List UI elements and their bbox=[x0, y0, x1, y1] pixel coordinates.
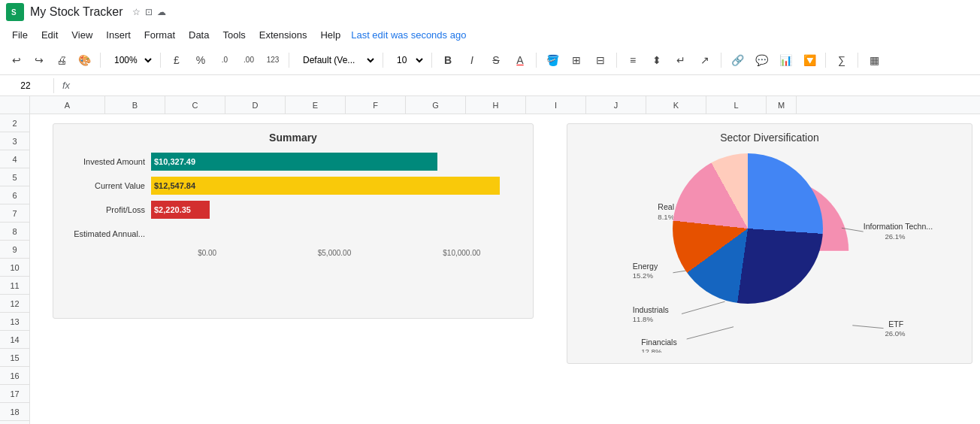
row-11[interactable]: 11 bbox=[0, 277, 29, 295]
col-h[interactable]: H bbox=[466, 96, 526, 114]
pie-chart: Sector Diversification bbox=[567, 123, 972, 364]
star-icon[interactable]: ☆ bbox=[132, 7, 141, 17]
row-8[interactable]: 8 bbox=[0, 223, 29, 241]
valign-button[interactable]: ⬍ bbox=[646, 50, 667, 71]
menu-help[interactable]: Help bbox=[314, 26, 346, 44]
bar-current: $12,547.84 bbox=[151, 177, 500, 195]
col-c[interactable]: C bbox=[165, 96, 225, 114]
menu-bar: File Edit View Insert Format Data Tools … bbox=[0, 24, 980, 45]
wrap-button[interactable]: ↵ bbox=[670, 50, 691, 71]
decimal-decrease-button[interactable]: .0 bbox=[214, 50, 235, 71]
font-size-select[interactable]: 10 bbox=[389, 50, 426, 71]
row-16[interactable]: 16 bbox=[0, 367, 29, 385]
row-10[interactable]: 10 bbox=[0, 259, 29, 277]
function-button[interactable]: ∑ bbox=[831, 50, 852, 71]
row-6[interactable]: 6 bbox=[0, 186, 29, 204]
borders-button[interactable]: ⊞ bbox=[566, 50, 587, 71]
decimal-increase-button[interactable]: .00 bbox=[238, 50, 259, 71]
svg-text:S: S bbox=[11, 8, 17, 17]
bar-label-invested: Invested Amount bbox=[68, 157, 151, 166]
strikethrough-button[interactable]: S bbox=[485, 50, 507, 71]
percent-button[interactable]: % bbox=[190, 50, 211, 71]
print-button[interactable]: 🖨 bbox=[51, 50, 72, 71]
menu-view[interactable]: View bbox=[65, 26, 98, 44]
menu-format[interactable]: Format bbox=[138, 26, 181, 44]
row-13[interactable]: 13 bbox=[0, 313, 29, 331]
cell-reference[interactable]: 22 bbox=[3, 77, 48, 95]
explore-button[interactable]: ▦ bbox=[864, 50, 885, 71]
row-14[interactable]: 14 bbox=[0, 331, 29, 349]
formula-input[interactable] bbox=[76, 77, 977, 95]
x-axis: $0.00 $5,000.00 $10,000.00 bbox=[61, 249, 525, 257]
fill-color-button[interactable]: 🪣 bbox=[542, 50, 563, 71]
divider-2 bbox=[160, 53, 161, 68]
menu-edit[interactable]: Edit bbox=[35, 26, 64, 44]
zoom-select[interactable]: 100% bbox=[106, 50, 155, 71]
col-e[interactable]: E bbox=[286, 96, 346, 114]
align-button[interactable]: ≡ bbox=[622, 50, 643, 71]
label-industrials: Industrials bbox=[633, 305, 669, 314]
paint-format-button[interactable]: 🎨 bbox=[74, 50, 95, 71]
undo-button[interactable]: ↩ bbox=[6, 50, 27, 71]
row-12[interactable]: 12 bbox=[0, 295, 29, 313]
menu-extensions[interactable]: Extensions bbox=[253, 26, 313, 44]
col-m[interactable]: M bbox=[767, 96, 797, 114]
col-l[interactable]: L bbox=[706, 96, 767, 114]
divider-7 bbox=[616, 53, 617, 68]
bar-value-profit: $2,220.35 bbox=[154, 205, 191, 214]
bar-container-profit: $2,220.35 bbox=[151, 201, 518, 219]
divider-6 bbox=[536, 53, 537, 68]
row-19[interactable]: 19 bbox=[0, 421, 29, 424]
row-9[interactable]: 9 bbox=[0, 241, 29, 259]
col-d[interactable]: D bbox=[225, 96, 286, 114]
chart-button[interactable]: 📊 bbox=[775, 50, 796, 71]
toolbar: ↩ ↪ 🖨 🎨 100% £ % .0 .00 123 Default (Ve.… bbox=[0, 45, 980, 75]
redo-button[interactable]: ↪ bbox=[29, 50, 50, 71]
drive-icon[interactable]: ⊡ bbox=[145, 7, 153, 17]
bar-label-profit: Profit/Loss bbox=[68, 205, 151, 214]
row-18[interactable]: 18 bbox=[0, 403, 29, 421]
row-2[interactable]: 2 bbox=[0, 114, 29, 132]
menu-file[interactable]: File bbox=[6, 26, 34, 44]
grid-content: Summary Invested Amount $10,327.49 Curre bbox=[30, 114, 980, 424]
col-j[interactable]: J bbox=[586, 96, 646, 114]
menu-data[interactable]: Data bbox=[183, 26, 215, 44]
col-a[interactable]: A bbox=[30, 96, 105, 114]
bar-value-current: $12,547.84 bbox=[154, 181, 195, 190]
row-15[interactable]: 15 bbox=[0, 349, 29, 367]
filter-button[interactable]: 🔽 bbox=[799, 50, 820, 71]
comment-button[interactable]: 💬 bbox=[751, 50, 772, 71]
formula-bar: 22 fx bbox=[0, 75, 980, 96]
cloud-icon[interactable]: ☁ bbox=[157, 7, 166, 17]
menu-insert[interactable]: Insert bbox=[100, 26, 137, 44]
font-select[interactable]: Default (Ve... bbox=[295, 50, 377, 71]
merge-button[interactable]: ⊟ bbox=[590, 50, 611, 71]
link-button[interactable]: 🔗 bbox=[727, 50, 748, 71]
row-17[interactable]: 17 bbox=[0, 385, 29, 403]
menu-tools[interactable]: Tools bbox=[216, 26, 251, 44]
bar-label-current: Current Value bbox=[68, 181, 151, 190]
currency-button[interactable]: £ bbox=[166, 50, 187, 71]
rotate-button[interactable]: ↗ bbox=[694, 50, 715, 71]
col-g[interactable]: G bbox=[406, 96, 466, 114]
x-label-0: $0.00 bbox=[144, 249, 271, 257]
row-7[interactable]: 7 bbox=[0, 204, 29, 223]
col-f[interactable]: F bbox=[346, 96, 406, 114]
italic-button[interactable]: I bbox=[461, 50, 482, 71]
col-i[interactable]: I bbox=[526, 96, 586, 114]
col-b[interactable]: B bbox=[105, 96, 165, 114]
divider-9 bbox=[825, 53, 826, 68]
row-4[interactable]: 4 bbox=[0, 150, 29, 168]
pct-etf: 26.0% bbox=[885, 329, 906, 338]
col-k[interactable]: K bbox=[646, 96, 706, 114]
number-format-button[interactable]: 123 bbox=[262, 50, 283, 71]
bold-button[interactable]: B bbox=[437, 50, 458, 71]
font-color-button[interactable]: A bbox=[510, 50, 531, 71]
row-3[interactable]: 3 bbox=[0, 132, 29, 150]
row-spacer bbox=[0, 96, 30, 114]
row-5[interactable]: 5 bbox=[0, 168, 29, 186]
divider-10 bbox=[858, 53, 858, 68]
bar-label-estimated: Estimated Annual... bbox=[68, 229, 151, 238]
divider-5 bbox=[431, 53, 432, 68]
summary-chart-title: Summary bbox=[61, 132, 525, 144]
